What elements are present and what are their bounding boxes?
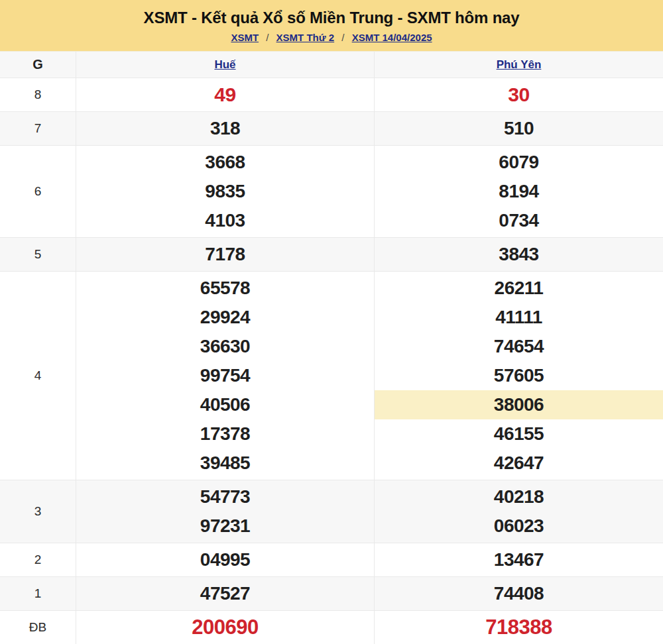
number-value[interactable]: 4103: [76, 206, 374, 235]
numbers-cell-hue: 47527: [76, 577, 375, 610]
prize-label-cell: ĐB: [0, 611, 76, 644]
number-value[interactable]: 3668: [76, 148, 374, 177]
number-value[interactable]: 0734: [375, 206, 663, 235]
number-value[interactable]: 36630: [76, 332, 374, 361]
number-value[interactable]: 40506: [76, 390, 374, 419]
prize-label-cell: 4: [0, 272, 76, 480]
page: XSMT - Kết quả Xổ số Miền Trung - SXMT h…: [0, 0, 663, 644]
numbers-cell-hue: 04995: [76, 543, 375, 576]
number-value[interactable]: 9835: [76, 177, 374, 206]
column-header-phu-yen: Phú Yên: [375, 52, 663, 78]
hue-link[interactable]: Huế: [214, 58, 235, 72]
breadcrumb-link-xsmt-thu-2[interactable]: XSMT Thứ 2: [276, 32, 335, 43]
table-row: 7318510: [0, 112, 663, 146]
breadcrumb-separator: /: [341, 32, 344, 43]
number-value[interactable]: 42647: [375, 449, 663, 478]
table-row: 354773972314021806023: [0, 480, 663, 543]
prize-label: 6: [34, 184, 42, 199]
table-row: 20499513467: [0, 543, 663, 577]
number-value[interactable]: 49: [76, 80, 374, 109]
number-value[interactable]: 41111: [375, 303, 663, 332]
number-value[interactable]: 38006: [375, 390, 663, 419]
number-value[interactable]: 65578: [76, 274, 374, 303]
numbers-cell-phuyen: 510: [375, 112, 663, 145]
results-table: G Huế Phú Yên 84930731851063668983541036…: [0, 51, 663, 644]
number-value[interactable]: 97231: [76, 511, 374, 541]
prize-label: 7: [34, 121, 42, 136]
prize-label-cell: 7: [0, 112, 76, 145]
table-header-row: G Huế Phú Yên: [0, 52, 663, 78]
numbers-cell-phuyen: 30: [375, 78, 663, 111]
number-value[interactable]: 6079: [375, 148, 663, 177]
numbers-cell-phuyen: 13467: [375, 543, 663, 576]
breadcrumb-separator: /: [266, 32, 269, 43]
number-value[interactable]: 30: [375, 80, 663, 109]
number-value[interactable]: 17378: [76, 419, 374, 449]
number-value[interactable]: 318: [76, 114, 374, 143]
prize-label: 5: [34, 247, 42, 262]
number-value[interactable]: 39485: [76, 449, 374, 478]
prize-label: ĐB: [29, 620, 46, 635]
numbers-cell-phuyen: 4021806023: [375, 480, 663, 543]
table-row: 4655782992436630997544050617378394852621…: [0, 272, 663, 480]
numbers-cell-hue: 49: [76, 78, 375, 111]
number-value[interactable]: 7178: [76, 240, 374, 269]
number-value[interactable]: 8194: [375, 177, 663, 206]
numbers-cell-hue: 318: [76, 112, 375, 145]
number-value[interactable]: 40218: [375, 482, 663, 511]
table-row: 14752774408: [0, 577, 663, 611]
prize-label-cell: 6: [0, 146, 76, 237]
prize-label: 8: [34, 87, 42, 102]
number-value[interactable]: 74408: [375, 579, 663, 608]
breadcrumb-link-xsmt[interactable]: XSMT: [231, 32, 259, 43]
prize-label-cell: 2: [0, 543, 76, 576]
number-value[interactable]: 04995: [76, 545, 374, 574]
numbers-cell-hue: 5477397231: [76, 480, 375, 543]
numbers-cell-hue: 7178: [76, 238, 375, 271]
results-table-body: 8493073185106366898354103607981940734571…: [0, 78, 663, 644]
breadcrumb: XSMT / XSMT Thứ 2 / XSMT 14/04/2025: [0, 32, 663, 43]
number-value[interactable]: 510: [375, 114, 663, 143]
breadcrumb-link-xsmt-date[interactable]: XSMT 14/04/2025: [352, 32, 432, 43]
number-value[interactable]: 99754: [76, 361, 374, 390]
prize-label-cell: 1: [0, 577, 76, 610]
table-row: 84930: [0, 78, 663, 112]
table-row: ĐB200690718388: [0, 611, 663, 644]
numbers-cell-hue: 366898354103: [76, 146, 375, 237]
prize-label: 2: [34, 553, 42, 567]
column-header-hue: Huế: [76, 52, 375, 78]
numbers-cell-phuyen: 607981940734: [375, 146, 663, 237]
number-value[interactable]: 06023: [375, 511, 663, 541]
number-value[interactable]: 13467: [375, 545, 663, 574]
number-value[interactable]: 57605: [375, 361, 663, 390]
header-banner: XSMT - Kết quả Xổ số Miền Trung - SXMT h…: [0, 0, 663, 51]
numbers-cell-hue: 200690: [76, 611, 375, 644]
prize-label-cell: 8: [0, 78, 76, 111]
numbers-cell-hue: 65578299243663099754405061737839485: [76, 272, 375, 480]
number-value[interactable]: 74654: [375, 332, 663, 361]
number-value[interactable]: 26211: [375, 274, 663, 303]
numbers-cell-phuyen: 3843: [375, 238, 663, 271]
page-title: XSMT - Kết quả Xổ số Miền Trung - SXMT h…: [0, 9, 663, 27]
number-value[interactable]: 3843: [375, 240, 663, 269]
number-value[interactable]: 29924: [76, 303, 374, 332]
number-value[interactable]: 47527: [76, 579, 374, 608]
prize-label: 1: [34, 586, 42, 601]
number-value[interactable]: 718388: [375, 613, 663, 642]
number-value[interactable]: 46155: [375, 419, 663, 449]
prize-label-cell: 5: [0, 238, 76, 271]
phu-yen-link[interactable]: Phú Yên: [497, 58, 542, 72]
prize-column-header: G: [0, 52, 76, 78]
prize-label: 4: [34, 368, 42, 383]
number-value[interactable]: 200690: [76, 613, 374, 642]
table-row: 571783843: [0, 238, 663, 272]
table-row: 6366898354103607981940734: [0, 146, 663, 238]
numbers-cell-phuyen: 26211411117465457605380064615542647: [375, 272, 663, 480]
numbers-cell-phuyen: 718388: [375, 611, 663, 644]
numbers-cell-phuyen: 74408: [375, 577, 663, 610]
prize-label: 3: [34, 504, 42, 519]
number-value[interactable]: 54773: [76, 482, 374, 511]
prize-label-cell: 3: [0, 480, 76, 543]
